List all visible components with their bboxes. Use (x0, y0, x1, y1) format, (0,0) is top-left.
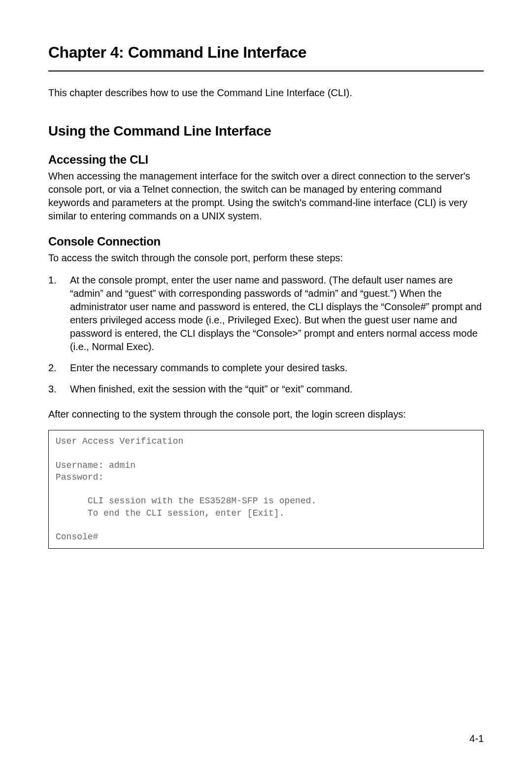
step-item: 3. When finished, exit the session with … (48, 383, 484, 396)
subsection-console-title: Console Connection (48, 235, 484, 248)
section-title: Using the Command Line Interface (48, 123, 484, 139)
chapter-intro: This chapter describes how to use the Co… (48, 86, 484, 100)
chapter-title: Chapter 4: Command Line Interface (48, 43, 484, 62)
page-content: Chapter 4: Command Line Interface This c… (0, 0, 532, 549)
step-item: 1. At the console prompt, enter the user… (48, 274, 484, 353)
step-number: 1. (48, 274, 57, 287)
after-steps-text: After connecting to the system through t… (48, 408, 484, 421)
step-text: Enter the necessary commands to complete… (70, 362, 348, 373)
page-number: 4-1 (469, 733, 484, 744)
console-intro: To access the switch through the console… (48, 251, 484, 265)
code-block: User Access Verification Username: admin… (48, 430, 484, 549)
accessing-body: When accessing the management interface … (48, 170, 484, 223)
step-text: At the console prompt, enter the user na… (70, 275, 482, 352)
console-steps-list: 1. At the console prompt, enter the user… (48, 274, 484, 396)
step-item: 2. Enter the necessary commands to compl… (48, 361, 484, 375)
title-divider (48, 70, 484, 71)
step-number: 2. (48, 361, 57, 375)
step-text: When finished, exit the session with the… (70, 384, 353, 394)
subsection-accessing-title: Accessing the CLI (48, 153, 484, 167)
step-number: 3. (48, 383, 57, 396)
